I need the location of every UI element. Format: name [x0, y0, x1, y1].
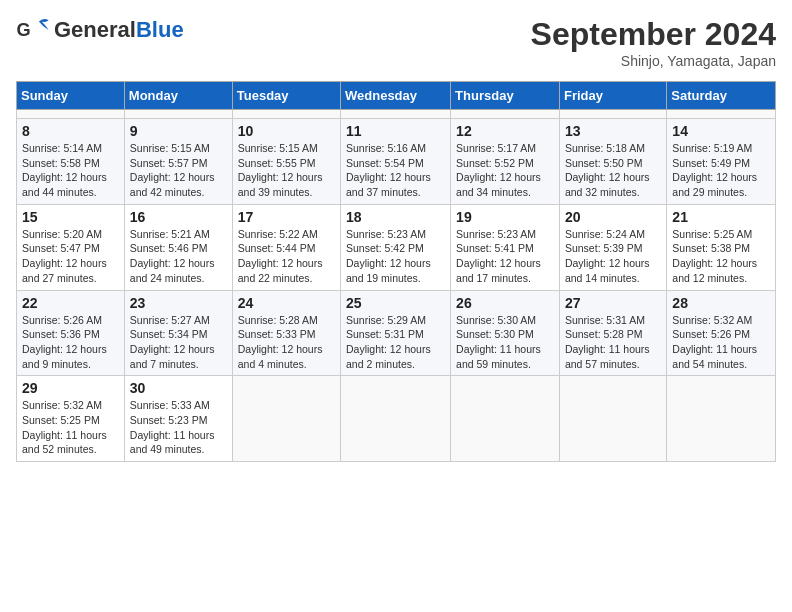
- table-cell: 16 Sunrise: 5:21 AMSunset: 5:46 PMDaylig…: [124, 204, 232, 290]
- day-info: Sunrise: 5:15 AMSunset: 5:55 PMDaylight:…: [238, 141, 335, 200]
- day-number: 27: [565, 295, 661, 311]
- table-cell: 19 Sunrise: 5:23 AMSunset: 5:41 PMDaylig…: [451, 204, 560, 290]
- day-info: Sunrise: 5:33 AMSunset: 5:23 PMDaylight:…: [130, 398, 227, 457]
- day-number: 21: [672, 209, 770, 225]
- logo-bird-icon: G: [16, 16, 52, 44]
- day-info: Sunrise: 5:26 AMSunset: 5:36 PMDaylight:…: [22, 313, 119, 372]
- day-info: Sunrise: 5:30 AMSunset: 5:30 PMDaylight:…: [456, 313, 554, 372]
- table-cell: [667, 376, 776, 462]
- col-thursday: Thursday: [451, 82, 560, 110]
- day-number: 25: [346, 295, 445, 311]
- table-cell: 21 Sunrise: 5:25 AMSunset: 5:38 PMDaylig…: [667, 204, 776, 290]
- table-cell: 10 Sunrise: 5:15 AMSunset: 5:55 PMDaylig…: [232, 119, 340, 205]
- day-info: Sunrise: 5:27 AMSunset: 5:34 PMDaylight:…: [130, 313, 227, 372]
- table-cell: 24 Sunrise: 5:28 AMSunset: 5:33 PMDaylig…: [232, 290, 340, 376]
- col-wednesday: Wednesday: [341, 82, 451, 110]
- calendar-header-row: Sunday Monday Tuesday Wednesday Thursday…: [17, 82, 776, 110]
- table-cell: [451, 376, 560, 462]
- table-cell: [17, 110, 125, 119]
- day-info: Sunrise: 5:19 AMSunset: 5:49 PMDaylight:…: [672, 141, 770, 200]
- day-number: 13: [565, 123, 661, 139]
- day-number: 15: [22, 209, 119, 225]
- day-number: 23: [130, 295, 227, 311]
- calendar-week-row: 8 Sunrise: 5:14 AMSunset: 5:58 PMDayligh…: [17, 119, 776, 205]
- day-number: 17: [238, 209, 335, 225]
- day-number: 10: [238, 123, 335, 139]
- logo: G GeneralBlue: [16, 16, 184, 44]
- table-cell: 28 Sunrise: 5:32 AMSunset: 5:26 PMDaylig…: [667, 290, 776, 376]
- calendar-table: Sunday Monday Tuesday Wednesday Thursday…: [16, 81, 776, 462]
- calendar-week-row: [17, 110, 776, 119]
- col-sunday: Sunday: [17, 82, 125, 110]
- logo-text-block: GeneralBlue: [54, 19, 184, 41]
- col-saturday: Saturday: [667, 82, 776, 110]
- day-number: 11: [346, 123, 445, 139]
- calendar-week-row: 29 Sunrise: 5:32 AMSunset: 5:25 PMDaylig…: [17, 376, 776, 462]
- calendar-week-row: 15 Sunrise: 5:20 AMSunset: 5:47 PMDaylig…: [17, 204, 776, 290]
- day-info: Sunrise: 5:32 AMSunset: 5:25 PMDaylight:…: [22, 398, 119, 457]
- col-tuesday: Tuesday: [232, 82, 340, 110]
- day-info: Sunrise: 5:29 AMSunset: 5:31 PMDaylight:…: [346, 313, 445, 372]
- day-number: 29: [22, 380, 119, 396]
- table-cell: 29 Sunrise: 5:32 AMSunset: 5:25 PMDaylig…: [17, 376, 125, 462]
- day-number: 14: [672, 123, 770, 139]
- day-number: 28: [672, 295, 770, 311]
- day-info: Sunrise: 5:14 AMSunset: 5:58 PMDaylight:…: [22, 141, 119, 200]
- day-number: 30: [130, 380, 227, 396]
- title-section: September 2024 Shinjo, Yamagata, Japan: [531, 16, 776, 69]
- day-info: Sunrise: 5:22 AMSunset: 5:44 PMDaylight:…: [238, 227, 335, 286]
- day-info: Sunrise: 5:28 AMSunset: 5:33 PMDaylight:…: [238, 313, 335, 372]
- table-cell: 11 Sunrise: 5:16 AMSunset: 5:54 PMDaylig…: [341, 119, 451, 205]
- table-cell: [451, 110, 560, 119]
- table-cell: [667, 110, 776, 119]
- day-number: 16: [130, 209, 227, 225]
- day-number: 20: [565, 209, 661, 225]
- day-info: Sunrise: 5:25 AMSunset: 5:38 PMDaylight:…: [672, 227, 770, 286]
- page-header: G GeneralBlue September 2024 Shinjo, Yam…: [16, 16, 776, 69]
- day-number: 19: [456, 209, 554, 225]
- day-info: Sunrise: 5:21 AMSunset: 5:46 PMDaylight:…: [130, 227, 227, 286]
- day-number: 8: [22, 123, 119, 139]
- table-cell: [124, 110, 232, 119]
- logo-general: General: [54, 17, 136, 42]
- day-number: 24: [238, 295, 335, 311]
- location: Shinjo, Yamagata, Japan: [531, 53, 776, 69]
- table-cell: [341, 376, 451, 462]
- table-cell: 13 Sunrise: 5:18 AMSunset: 5:50 PMDaylig…: [559, 119, 666, 205]
- day-number: 22: [22, 295, 119, 311]
- table-cell: 17 Sunrise: 5:22 AMSunset: 5:44 PMDaylig…: [232, 204, 340, 290]
- table-cell: 12 Sunrise: 5:17 AMSunset: 5:52 PMDaylig…: [451, 119, 560, 205]
- table-cell: 14 Sunrise: 5:19 AMSunset: 5:49 PMDaylig…: [667, 119, 776, 205]
- table-cell: 8 Sunrise: 5:14 AMSunset: 5:58 PMDayligh…: [17, 119, 125, 205]
- day-info: Sunrise: 5:31 AMSunset: 5:28 PMDaylight:…: [565, 313, 661, 372]
- day-info: Sunrise: 5:16 AMSunset: 5:54 PMDaylight:…: [346, 141, 445, 200]
- col-friday: Friday: [559, 82, 666, 110]
- logo-blue: Blue: [136, 17, 184, 42]
- table-cell: 30 Sunrise: 5:33 AMSunset: 5:23 PMDaylig…: [124, 376, 232, 462]
- day-info: Sunrise: 5:18 AMSunset: 5:50 PMDaylight:…: [565, 141, 661, 200]
- table-cell: 18 Sunrise: 5:23 AMSunset: 5:42 PMDaylig…: [341, 204, 451, 290]
- day-info: Sunrise: 5:20 AMSunset: 5:47 PMDaylight:…: [22, 227, 119, 286]
- table-cell: 26 Sunrise: 5:30 AMSunset: 5:30 PMDaylig…: [451, 290, 560, 376]
- table-cell: [232, 376, 340, 462]
- col-monday: Monday: [124, 82, 232, 110]
- table-cell: 20 Sunrise: 5:24 AMSunset: 5:39 PMDaylig…: [559, 204, 666, 290]
- table-cell: [559, 376, 666, 462]
- table-cell: 9 Sunrise: 5:15 AMSunset: 5:57 PMDayligh…: [124, 119, 232, 205]
- day-info: Sunrise: 5:15 AMSunset: 5:57 PMDaylight:…: [130, 141, 227, 200]
- table-cell: 23 Sunrise: 5:27 AMSunset: 5:34 PMDaylig…: [124, 290, 232, 376]
- day-info: Sunrise: 5:32 AMSunset: 5:26 PMDaylight:…: [672, 313, 770, 372]
- calendar-week-row: 22 Sunrise: 5:26 AMSunset: 5:36 PMDaylig…: [17, 290, 776, 376]
- table-cell: 15 Sunrise: 5:20 AMSunset: 5:47 PMDaylig…: [17, 204, 125, 290]
- day-info: Sunrise: 5:24 AMSunset: 5:39 PMDaylight:…: [565, 227, 661, 286]
- day-info: Sunrise: 5:23 AMSunset: 5:42 PMDaylight:…: [346, 227, 445, 286]
- day-info: Sunrise: 5:17 AMSunset: 5:52 PMDaylight:…: [456, 141, 554, 200]
- table-cell: [341, 110, 451, 119]
- table-cell: 27 Sunrise: 5:31 AMSunset: 5:28 PMDaylig…: [559, 290, 666, 376]
- svg-text:G: G: [17, 20, 31, 40]
- table-cell: [232, 110, 340, 119]
- table-cell: [559, 110, 666, 119]
- table-cell: 22 Sunrise: 5:26 AMSunset: 5:36 PMDaylig…: [17, 290, 125, 376]
- month-title: September 2024: [531, 16, 776, 53]
- day-info: Sunrise: 5:23 AMSunset: 5:41 PMDaylight:…: [456, 227, 554, 286]
